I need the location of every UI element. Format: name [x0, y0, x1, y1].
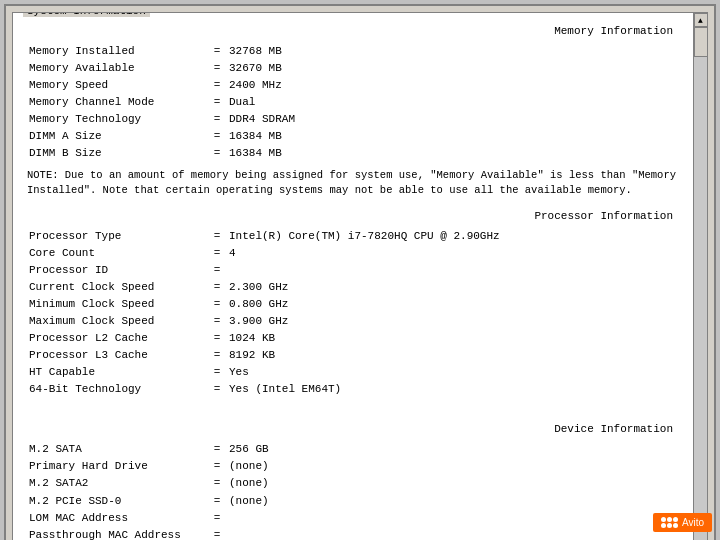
- row-value: [227, 527, 693, 540]
- row-value: 2400 MHz: [227, 77, 693, 94]
- row-label: Processor Type: [27, 228, 207, 245]
- avito-dot: [673, 523, 678, 528]
- table-row: Processor ID=: [27, 262, 693, 279]
- row-label: M.2 SATA2: [27, 475, 207, 492]
- memory-table: Memory Installed=32768 MBMemory Availabl…: [27, 43, 693, 162]
- row-value: 256 GB: [227, 441, 693, 458]
- avito-dot: [661, 517, 666, 522]
- table-row: Processor L2 Cache=1024 KB: [27, 330, 693, 347]
- row-equals: =: [207, 381, 227, 398]
- row-equals: =: [207, 527, 227, 540]
- row-label: Processor ID: [27, 262, 207, 279]
- scroll-up-button[interactable]: ▲: [694, 13, 708, 27]
- row-value: [227, 262, 693, 279]
- row-label: Memory Channel Mode: [27, 94, 207, 111]
- row-equals: =: [207, 475, 227, 492]
- avito-dot: [661, 523, 666, 528]
- table-row: Minimum Clock Speed=0.800 GHz: [27, 296, 693, 313]
- memory-section-title: Memory Information: [27, 23, 693, 40]
- scrollbar-track: [694, 27, 708, 540]
- row-equals: =: [207, 111, 227, 128]
- table-row: Primary Hard Drive=(none): [27, 458, 693, 475]
- table-row: DIMM B Size=16384 MB: [27, 145, 693, 162]
- table-row: M.2 SATA=256 GB: [27, 441, 693, 458]
- avito-dot: [667, 517, 672, 522]
- row-equals: =: [207, 77, 227, 94]
- processor-section-title: Processor Information: [27, 208, 693, 225]
- memory-note: NOTE: Due to an amount of memory being a…: [27, 168, 693, 197]
- row-label: M.2 SATA: [27, 441, 207, 458]
- outer-frame: System Information ▲ ▼ Memory Informatio…: [4, 4, 716, 540]
- row-value: Intel(R) Core(TM) i7-7820HQ CPU @ 2.90GH…: [227, 228, 693, 245]
- table-row: Memory Speed=2400 MHz: [27, 77, 693, 94]
- processor-table: Processor Type=Intel(R) Core(TM) i7-7820…: [27, 228, 693, 398]
- row-value: Yes (Intel EM64T): [227, 381, 693, 398]
- row-label: HT Capable: [27, 364, 207, 381]
- table-row: Passthrough MAC Address=: [27, 527, 693, 540]
- row-value: [227, 510, 693, 527]
- table-row: Memory Available=32670 MB: [27, 60, 693, 77]
- table-row: M.2 PCIe SSD-0=(none): [27, 493, 693, 510]
- row-label: Memory Speed: [27, 77, 207, 94]
- row-value: (none): [227, 493, 693, 510]
- row-equals: =: [207, 493, 227, 510]
- table-row: HT Capable=Yes: [27, 364, 693, 381]
- row-label: LOM MAC Address: [27, 510, 207, 527]
- row-label: Memory Technology: [27, 111, 207, 128]
- row-label: Memory Available: [27, 60, 207, 77]
- row-equals: =: [207, 228, 227, 245]
- row-equals: =: [207, 94, 227, 111]
- row-value: 32670 MB: [227, 60, 693, 77]
- table-row: Processor L3 Cache=8192 KB: [27, 347, 693, 364]
- table-row: Core Count=4: [27, 245, 693, 262]
- system-info-title: System Information: [23, 12, 150, 17]
- row-equals: =: [207, 347, 227, 364]
- avito-badge: Avito: [653, 513, 712, 532]
- row-equals: =: [207, 296, 227, 313]
- avito-label: Avito: [682, 517, 704, 528]
- row-value: 0.800 GHz: [227, 296, 693, 313]
- row-equals: =: [207, 510, 227, 527]
- row-label: Maximum Clock Speed: [27, 313, 207, 330]
- table-row: M.2 SATA2=(none): [27, 475, 693, 492]
- row-equals: =: [207, 43, 227, 60]
- row-value: DDR4 SDRAM: [227, 111, 693, 128]
- table-row: Memory Channel Mode=Dual: [27, 94, 693, 111]
- row-value: 32768 MB: [227, 43, 693, 60]
- row-value: (none): [227, 475, 693, 492]
- table-row: Maximum Clock Speed=3.900 GHz: [27, 313, 693, 330]
- row-label: Memory Installed: [27, 43, 207, 60]
- row-label: Passthrough MAC Address: [27, 527, 207, 540]
- row-equals: =: [207, 262, 227, 279]
- row-value: 3.900 GHz: [227, 313, 693, 330]
- row-label: Core Count: [27, 245, 207, 262]
- row-value: 4: [227, 245, 693, 262]
- scrollbar-thumb[interactable]: [694, 27, 708, 57]
- table-row: Processor Type=Intel(R) Core(TM) i7-7820…: [27, 228, 693, 245]
- row-label: Minimum Clock Speed: [27, 296, 207, 313]
- row-value: 1024 KB: [227, 330, 693, 347]
- row-equals: =: [207, 330, 227, 347]
- row-label: 64-Bit Technology: [27, 381, 207, 398]
- row-label: Processor L2 Cache: [27, 330, 207, 347]
- row-label: Current Clock Speed: [27, 279, 207, 296]
- row-equals: =: [207, 245, 227, 262]
- row-value: 8192 KB: [227, 347, 693, 364]
- device-section-title: Device Information: [27, 421, 693, 438]
- row-equals: =: [207, 313, 227, 330]
- scrollbar[interactable]: ▲ ▼: [693, 13, 707, 540]
- table-row: Current Clock Speed=2.300 GHz: [27, 279, 693, 296]
- row-equals: =: [207, 145, 227, 162]
- row-equals: =: [207, 279, 227, 296]
- row-value: 16384 MB: [227, 145, 693, 162]
- row-label: DIMM B Size: [27, 145, 207, 162]
- row-value: 2.300 GHz: [227, 279, 693, 296]
- table-row: LOM MAC Address=: [27, 510, 693, 527]
- row-equals: =: [207, 441, 227, 458]
- row-value: 16384 MB: [227, 128, 693, 145]
- row-label: Primary Hard Drive: [27, 458, 207, 475]
- row-value: (none): [227, 458, 693, 475]
- row-equals: =: [207, 364, 227, 381]
- row-label: M.2 PCIe SSD-0: [27, 493, 207, 510]
- system-info-box: System Information ▲ ▼ Memory Informatio…: [12, 12, 708, 540]
